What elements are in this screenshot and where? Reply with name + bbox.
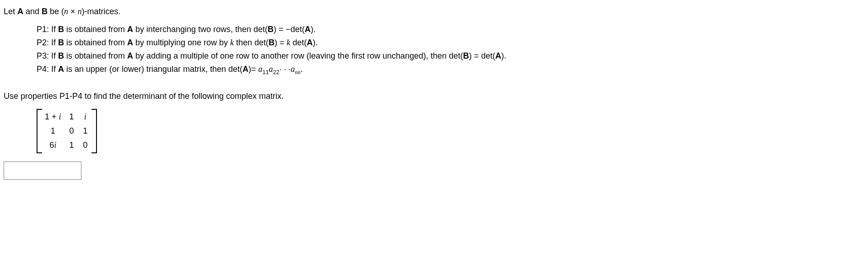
subscript: 11 [263, 69, 269, 76]
text: is obtained from [64, 25, 127, 34]
text: ) = [274, 38, 287, 47]
var-i: i [59, 112, 61, 121]
text: is obtained from [64, 38, 127, 47]
matrix-cell: 1 [69, 139, 75, 151]
text: . [300, 65, 303, 74]
matrix-cell: i [82, 111, 89, 123]
text: P2: If [37, 38, 58, 47]
symbol-A: A [58, 65, 64, 74]
text: det( [290, 38, 307, 47]
symbol-A: A [495, 51, 501, 60]
var-a: a [291, 65, 295, 74]
dots: · · · [279, 65, 291, 74]
symbol-A: A [127, 25, 133, 34]
subscript: 22 [273, 69, 279, 76]
symbol-B: B [463, 51, 469, 60]
var-n: n [78, 7, 82, 16]
symbol-A: A [305, 25, 311, 34]
question-text: Use properties P1-P4 to find the determi… [4, 90, 864, 103]
answer-input[interactable] [4, 162, 81, 180]
symbol-B: B [42, 7, 48, 16]
text: P4: If [37, 65, 58, 74]
symbol-A: A [307, 38, 313, 47]
text: is obtained from [64, 51, 127, 60]
subscript: nn [295, 69, 301, 76]
var-k: k [287, 38, 290, 47]
text: and [23, 7, 42, 16]
properties-list: P1: If B is obtained from A by interchan… [4, 23, 864, 76]
symbol-B: B [58, 38, 64, 47]
symbol-B: B [58, 51, 64, 60]
text: )= [248, 65, 258, 74]
property-p1: P1: If B is obtained from A by interchan… [37, 23, 864, 36]
property-p3: P3: If B is obtained from A by adding a … [37, 50, 864, 62]
symbol-A: A [127, 51, 133, 60]
text: by interchanging two rows, then det( [133, 25, 268, 34]
text: ). [311, 25, 316, 34]
matrix-grid: 1 + i 1 i 1 0 1 6i 1 0 [42, 109, 91, 153]
matrix-cell: 6i [45, 139, 61, 151]
text: )-matrices. [82, 7, 121, 16]
symbol-A: A [17, 7, 23, 16]
property-p4: P4: If A is an upper (or lower) triangul… [37, 63, 864, 76]
property-p2: P2: If B is obtained from A by multiplyi… [37, 37, 864, 49]
symbol-A: A [242, 65, 248, 74]
text: ) = −det( [273, 25, 305, 34]
text: ). [313, 38, 318, 47]
text: 1 + [45, 112, 59, 121]
text: Let [4, 7, 17, 16]
matrix-cell: 1 [82, 125, 89, 137]
matrix-cell: 1 [45, 125, 61, 137]
text: P1: If [37, 25, 58, 34]
text: 6 [49, 140, 54, 150]
matrix-cell: 0 [69, 125, 75, 137]
matrix-cell: 0 [82, 139, 89, 151]
var-a: a [258, 65, 263, 74]
var-i: i [84, 112, 86, 121]
var-a: a [269, 65, 273, 74]
matrix-cell: 1 [69, 111, 75, 123]
symbol-B: B [58, 25, 64, 34]
symbol-B: B [268, 38, 274, 47]
bracket-right-icon [91, 109, 97, 153]
intro-text: Let A and B be (n × n)-matrices. [4, 5, 864, 18]
text: is an upper (or lower) triangular matrix… [64, 65, 242, 74]
var-i: i [54, 140, 56, 150]
var-n: n [64, 7, 68, 16]
symbol-B: B [268, 25, 273, 34]
bracket-left-icon [37, 109, 42, 153]
text: then det( [234, 38, 268, 47]
text: by multiplying one row by [133, 38, 230, 47]
matrix-cell: 1 + i [45, 111, 61, 123]
text: ) = det( [469, 51, 496, 60]
text: × [68, 7, 78, 16]
text: be ( [48, 7, 64, 16]
text: by adding a multiple of one row to anoth… [133, 51, 463, 60]
matrix: 1 + i 1 i 1 0 1 6i 1 0 [4, 109, 97, 153]
text: P3: If [37, 51, 58, 60]
text: ). [501, 51, 506, 60]
symbol-A: A [127, 38, 133, 47]
